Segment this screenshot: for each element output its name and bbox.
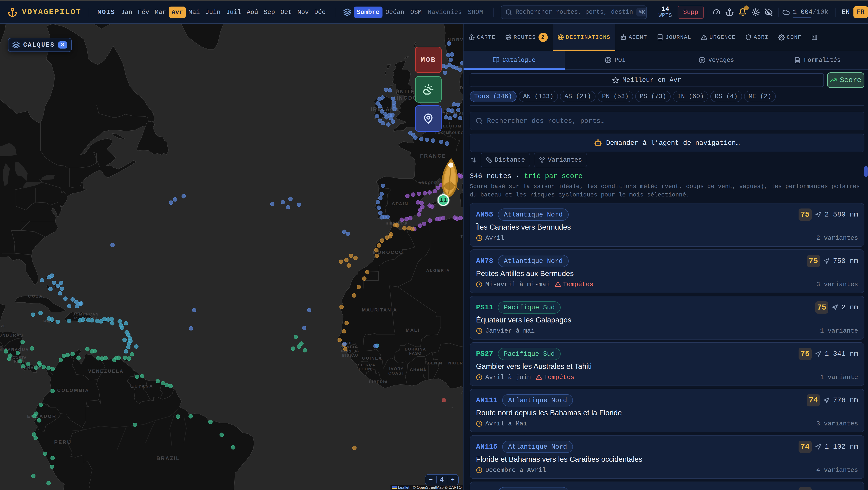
svg-text:CUBA: CUBA [28,294,43,298]
svg-text:ALGERIA: ALGERIA [426,268,450,273]
svg-text:ECUADOR: ECUADOR [27,414,56,419]
svg-text:FASO: FASO [409,351,422,356]
svg-text:VENEZUELA: VENEZUELA [88,368,124,374]
svg-text:NIGERIA: NIGERIA [448,361,463,365]
svg-text:BRAZIL: BRAZIL [156,455,180,461]
svg-text:GHANA: GHANA [410,368,427,372]
svg-text:GUINEA: GUINEA [362,356,382,360]
svg-text:IVORY: IVORY [389,366,404,371]
svg-text:LIBERIA: LIBERIA [369,380,388,384]
svg-text:HONDURAS: HONDURAS [0,333,24,337]
svg-text:LEONE: LEONE [359,367,374,371]
svg-text:REPUBLIC: REPUBLIC [74,316,98,320]
svg-text:LUXEMBOURG: LUXEMBOURG [435,131,463,135]
svg-text:BISSAU: BISSAU [342,354,358,357]
svg-text:BELIZE: BELIZE [0,324,6,328]
svg-text:MALI: MALI [406,328,420,333]
svg-text:FRANCE: FRANCE [420,153,446,159]
svg-text:ANDORRA: ANDORRA [419,181,440,185]
svg-text:11: 11 [440,197,447,204]
svg-text:DENMARK: DENMARK [460,86,463,90]
svg-text:TUNISIA: TUNISIA [461,234,463,239]
svg-text:BURKINA: BURKINA [405,347,426,351]
svg-text:DOMINICAN: DOMINICAN [72,312,99,316]
svg-text:BENIN: BENIN [428,361,442,365]
svg-text:SPAIN: SPAIN [392,201,408,206]
svg-text:MAURITANIA: MAURITANIA [362,307,397,313]
svg-text:SIERRA: SIERRA [358,363,375,367]
svg-text:PERU: PERU [54,439,72,445]
svg-text:COLOMBIA: COLOMBIA [57,388,89,393]
svg-text:BELGIUM: BELGIUM [440,124,462,128]
svg-text:GUYANA: GUYANA [130,384,153,389]
svg-text:COAST: COAST [389,371,405,375]
